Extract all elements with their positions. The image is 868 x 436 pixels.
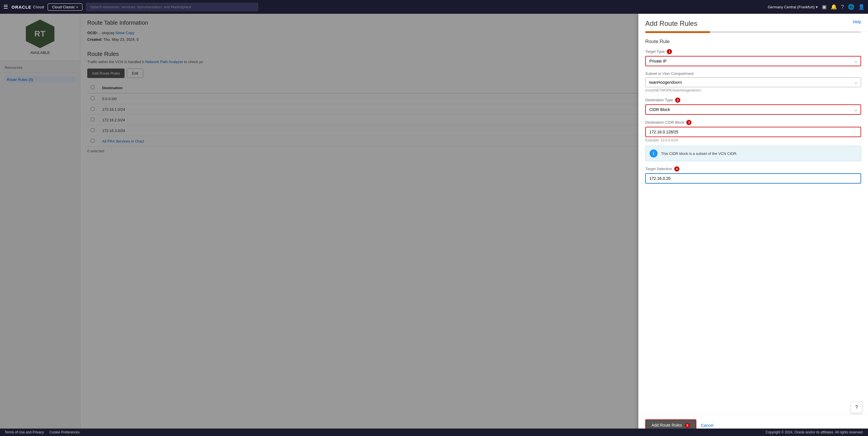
target-selection-badge: 4 [674,166,679,171]
add-route-rules-drawer: Add Route Rules Help Route Rule Target T… [639,14,868,436]
destination-cidr-example: Example: 10.0.0.0/24 [645,138,861,142]
destination-type-badge: 2 [675,98,680,103]
info-banner-text: This CIDR block is a subset of the VCN C… [661,152,737,156]
globe-icon[interactable]: 🌐 [848,4,854,10]
target-type-select[interactable]: Private IP Internet Gateway NAT Gateway … [645,56,861,66]
drawer-title: Add Route Rules [645,20,697,28]
subnet-vlan-select-wrapper: IwanHoogendoorn [645,77,861,87]
destination-cidr-input[interactable] [645,127,861,137]
hamburger-menu[interactable]: ☰ [3,4,8,10]
route-rule-section: Route Rule Target Type 1 Private IP Inte… [645,39,861,183]
profile-icon[interactable]: 👤 [858,4,865,10]
help-link[interactable]: Help [853,20,861,24]
info-banner: i This CIDR block is a subset of the VCN… [645,146,861,161]
bottom-bar: Terms of Use and Privacy Cookie Preferen… [0,429,868,436]
add-btn-badge: 5 [685,423,690,428]
search-input[interactable] [86,3,258,11]
target-selection-label: Target Selection 4 [645,166,861,171]
subnet-vlan-group: Subnet or Vlan Compartment IwanHoogendoo… [645,71,861,92]
destination-type-label: Destination Type 2 [645,98,861,103]
cloud-text: Cloud [33,5,44,9]
target-selection-group: Target Selection 4 [645,166,861,183]
copyright-text: Copyright © 2024, Oracle and/or its affi… [766,430,863,434]
target-type-group: Target Type 1 Private IP Internet Gatewa… [645,49,861,66]
top-navigation: ☰ ORACLE Cloud Cloud Classic > Germany C… [0,0,868,14]
destination-cidr-group: Destination CIDR Block 3 Example: 10.0.0… [645,120,861,161]
help-float-button[interactable]: ? [851,402,862,413]
nav-right: Germany Central (Frankfurt) ▾ ▣ 🔔 ? 🌐 👤 [768,4,865,10]
drawer-content: Route Rule Target Type 1 Private IP Inte… [639,33,868,414]
oracle-logo: ORACLE Cloud [11,5,44,9]
destination-type-select-wrapper: CIDR Block Service [645,104,861,115]
bottom-left-links: Terms of Use and Privacy Cookie Preferen… [5,430,80,434]
destination-cidr-label: Destination CIDR Block 3 [645,120,861,125]
destination-cidr-badge: 3 [686,120,691,125]
subnet-vlan-label: Subnet or Vlan Compartment [645,71,861,76]
subnet-vlan-breadcrumb: (root)/NETWORK/IwanHoogendoorn [645,88,861,92]
destination-type-group: Destination Type 2 CIDR Block Service [645,98,861,115]
route-rule-title: Route Rule [645,39,861,44]
region-label: Germany Central (Frankfurt) [768,5,815,9]
cookie-preferences-link[interactable]: Cookie Preferences [50,430,80,434]
drawer-header: Add Route Rules Help [639,14,868,31]
bell-icon[interactable]: 🔔 [831,4,837,10]
region-chevron: ▾ [816,5,818,9]
region-selector[interactable]: Germany Central (Frankfurt) ▾ [768,5,818,9]
cloud-classic-button[interactable]: Cloud Classic > [48,3,82,11]
target-type-select-wrapper: Private IP Internet Gateway NAT Gateway … [645,56,861,66]
target-selection-input[interactable] [645,173,861,183]
cancel-button[interactable]: Cancel [701,423,714,428]
target-type-label: Target Type 1 [645,49,861,54]
oracle-text: ORACLE [11,5,31,9]
terminal-icon[interactable]: ▣ [822,4,827,10]
target-type-badge: 1 [667,49,672,54]
destination-type-select[interactable]: CIDR Block Service [645,104,861,115]
info-icon: i [650,149,658,158]
help-float-icon: ? [856,405,858,410]
subnet-vlan-select[interactable]: IwanHoogendoorn [645,77,861,87]
terms-link[interactable]: Terms of Use and Privacy [5,430,44,434]
help-icon[interactable]: ? [841,4,844,10]
